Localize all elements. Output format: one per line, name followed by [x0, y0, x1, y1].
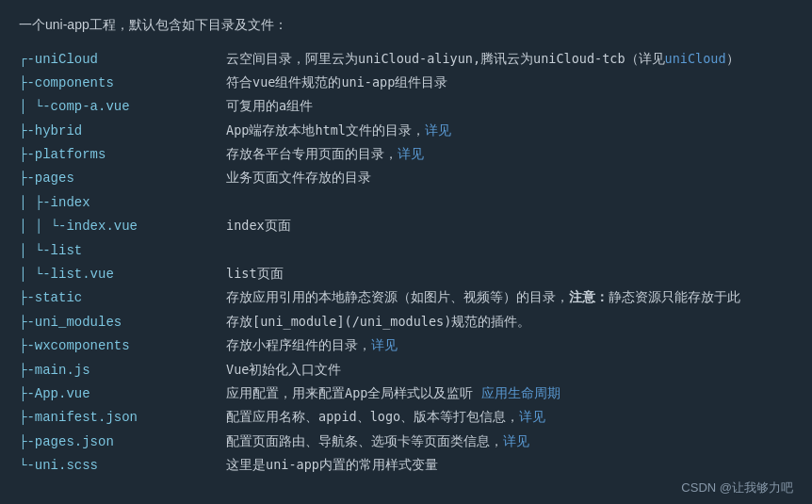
file-desc: 可复用的a组件	[207, 96, 313, 117]
file-name: ┌-uniCloud	[19, 49, 207, 70]
pages-json-link[interactable]: 详见	[503, 433, 529, 448]
file-desc: App端存放本地html文件的目录，详见	[207, 121, 451, 141]
tree-container: ┌-uniCloud 云空间目录，阿里云为uniCloud-aliyun,腾讯云…	[0, 47, 812, 478]
hybrid-link[interactable]: 详见	[425, 122, 451, 138]
file-name: │ └-list.vue	[19, 264, 207, 285]
tree-row: │ └-list	[19, 238, 793, 262]
file-desc: 存放小程序组件的目录，详见	[207, 335, 398, 356]
file-name: ├-pages	[19, 168, 207, 188]
file-name: ├-main.js	[19, 360, 207, 381]
file-name: ├-platforms	[19, 144, 207, 165]
file-name: ├-wxcomponents	[19, 335, 207, 356]
file-desc: 符合vue组件规范的uni-app组件目录	[207, 73, 447, 93]
unicloud-link[interactable]: uniCloud	[665, 51, 726, 66]
tree-row: ├-uni_modules 存放[uni_module](/uni_module…	[19, 310, 793, 333]
tree-row: ├-components 符合vue组件规范的uni-app组件目录	[19, 71, 793, 94]
watermark-text: CSDN @让我够力吧	[681, 480, 793, 496]
tree-row: └-uni.scss 这里是uni-app内置的常用样式变量	[19, 454, 793, 478]
manifest-link[interactable]: 详见	[519, 409, 545, 424]
file-desc: Vue初始化入口文件	[207, 360, 341, 381]
tree-row: ├-wxcomponents 存放小程序组件的目录，详见	[19, 334, 793, 358]
file-name: │ ├-index	[19, 192, 207, 213]
tree-row: ├-App.vue 应用配置，用来配置App全局样式以及监听 应用生命周期	[19, 382, 793, 405]
tree-row: │ └-comp-a.vue 可复用的a组件	[19, 95, 793, 119]
tree-row: ┌-uniCloud 云空间目录，阿里云为uniCloud-aliyun,腾讯云…	[19, 47, 793, 71]
file-name: ├-pages.json	[19, 431, 207, 452]
file-desc: 配置页面路由、导航条、选项卡等页面类信息，详见	[207, 431, 529, 452]
file-desc: 云空间目录，阿里云为uniCloud-aliyun,腾讯云为uniCloud-t…	[207, 49, 739, 70]
intro-text: 一个uni-app工程，默认包含如下目录及文件：	[0, 9, 812, 47]
file-desc: list页面	[207, 264, 284, 285]
file-name: ├-hybrid	[19, 121, 207, 141]
file-name: │ └-comp-a.vue	[19, 96, 207, 117]
tree-row: ├-hybrid App端存放本地html文件的目录，详见	[19, 119, 793, 142]
file-desc: index页面	[207, 216, 291, 236]
file-name: ├-manifest.json	[19, 407, 207, 428]
file-name: ├-App.vue	[19, 383, 207, 404]
file-name: └-uni.scss	[19, 455, 207, 476]
file-name: ├-static	[19, 287, 207, 308]
file-desc: 应用配置，用来配置App全局样式以及监听 应用生命周期	[207, 383, 560, 404]
file-desc: 业务页面文件存放的目录	[207, 168, 371, 188]
tree-row: ├-static 存放应用引用的本地静态资源（如图片、视频等）的目录，注意：静态…	[19, 286, 793, 310]
tree-row: │ ├-index	[19, 190, 793, 214]
file-name: │ └-list	[19, 240, 207, 261]
tree-row: ├-platforms 存放各平台专用页面的目录，详见	[19, 143, 793, 167]
wxcomponents-link[interactable]: 详见	[371, 337, 398, 352]
file-desc: 存放应用引用的本地静态资源（如图片、视频等）的目录，注意：静态资源只能存放于此	[207, 287, 740, 308]
lifecycle-link[interactable]: 应用生命周期	[481, 385, 560, 400]
file-desc: 这里是uni-app内置的常用样式变量	[207, 455, 438, 476]
file-name: ├-uni_modules	[19, 312, 207, 333]
tree-row: │ └-list.vue list页面	[19, 263, 793, 286]
bold-notice: 注意：	[569, 289, 609, 304]
file-name: │ │ └-index.vue	[19, 216, 207, 236]
file-name: ├-components	[19, 73, 207, 93]
file-desc: 存放[uni_module](/uni_modules)规范的插件。	[207, 312, 530, 333]
tree-row: ├-manifest.json 配置应用名称、appid、logo、版本等打包信…	[19, 406, 793, 430]
tree-row: │ │ └-index.vue index页面	[19, 215, 793, 238]
file-desc: 配置应用名称、appid、logo、版本等打包信息，详见	[207, 407, 545, 428]
tree-row: ├-pages.json 配置页面路由、导航条、选项卡等页面类信息，详见	[19, 430, 793, 453]
tree-row: ├-main.js Vue初始化入口文件	[19, 358, 793, 382]
file-desc: 存放各平台专用页面的目录，详见	[207, 144, 424, 165]
tree-row: ├-pages 业务页面文件存放的目录	[19, 167, 793, 190]
platforms-link[interactable]: 详见	[398, 146, 424, 161]
